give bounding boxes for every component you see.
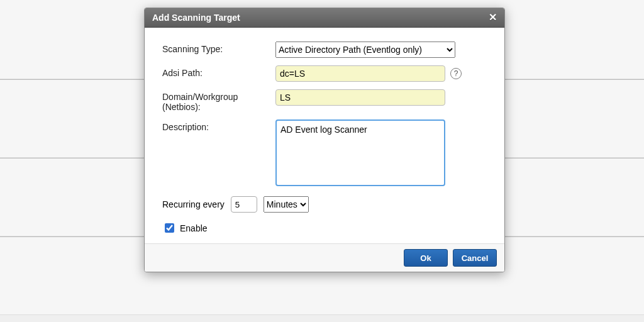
dialog-footer: Ok Cancel: [145, 243, 504, 272]
ok-button[interactable]: Ok: [404, 249, 448, 267]
close-icon[interactable]: ✕: [489, 13, 497, 23]
help-icon[interactable]: ?: [450, 68, 462, 79]
recurring-value-input[interactable]: [231, 196, 257, 213]
recurring-unit-select[interactable]: Minutes: [264, 196, 309, 213]
dialog-body: Scanning Type: Active Directory Path (Ev…: [145, 28, 504, 243]
label-enable: Enable: [180, 223, 208, 233]
add-scanning-target-dialog: Add Scanning Target ✕ Scanning Type: Act…: [144, 8, 505, 272]
label-scanning-type: Scanning Type:: [162, 42, 275, 54]
dialog-title: Add Scanning Target: [152, 13, 240, 23]
cancel-button[interactable]: Cancel: [453, 249, 497, 267]
scanning-type-select[interactable]: Active Directory Path (Eventlog only): [275, 42, 455, 58]
adsi-path-input[interactable]: [275, 65, 445, 82]
enable-checkbox[interactable]: [165, 223, 174, 233]
enable-row: Enable: [162, 221, 487, 235]
dialog-titlebar[interactable]: Add Scanning Target ✕: [145, 8, 504, 28]
label-adsi-path: Adsi Path:: [162, 65, 275, 78]
recurring-row: Recurring every Minutes: [162, 196, 487, 213]
label-recurring: Recurring every: [162, 199, 225, 209]
label-description: Description:: [162, 119, 275, 132]
description-textarea[interactable]: AD Event log Scanner: [275, 119, 445, 186]
domain-workgroup-input[interactable]: [275, 89, 445, 106]
label-domain-workgroup: Domain/Workgroup (Netbios):: [162, 89, 275, 112]
